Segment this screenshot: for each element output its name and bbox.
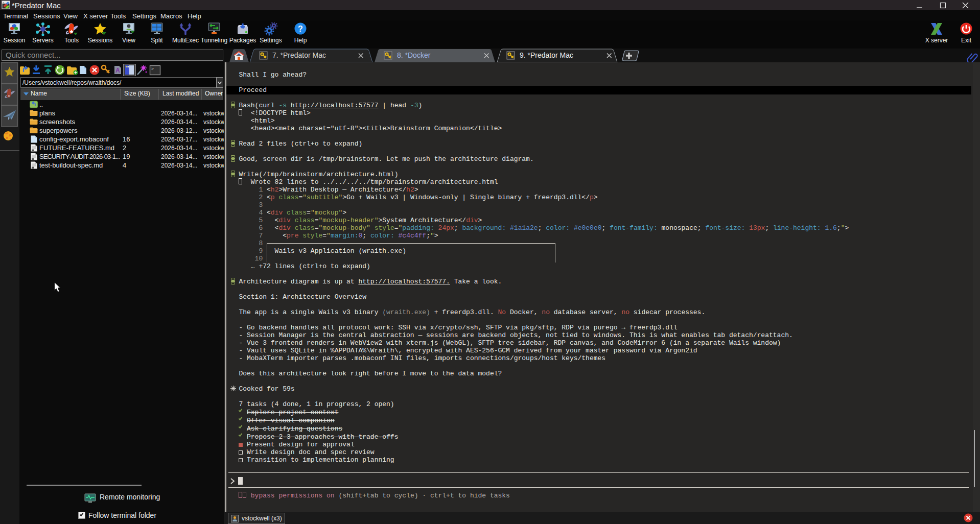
svg-text:8. *Docker: 8. *Docker (397, 51, 431, 59)
svg-text:?: ? (298, 25, 303, 33)
svg-text:>: > (151, 66, 154, 71)
svg-text:9. *Predator Mac: 9. *Predator Mac (520, 51, 573, 59)
svg-text:7. *Predator Mac: 7. *Predator Mac (272, 51, 326, 59)
svg-text:A: A (115, 67, 120, 74)
